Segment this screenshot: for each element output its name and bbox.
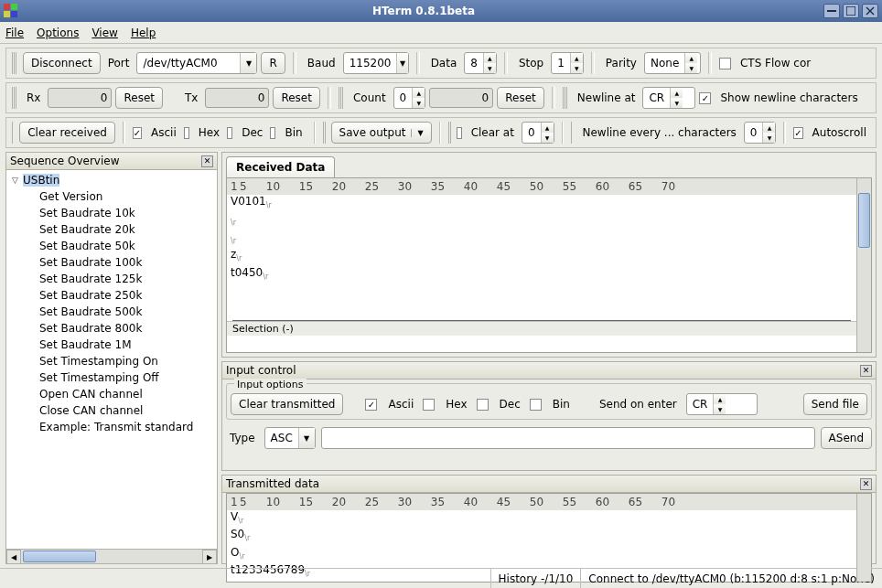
port-label: Port [104, 57, 134, 69]
expand-icon[interactable]: ▽ [12, 176, 23, 185]
count-a-spin[interactable]: 0 ▲▼ [393, 87, 426, 109]
close-button[interactable] [862, 4, 878, 18]
clear-transmitted-button[interactable]: Clear transmitted [231, 393, 343, 415]
sequence-overview-panel: Sequence Overview ✕ ▽USBtinGet VersionSe… [5, 152, 218, 564]
hex-checkbox[interactable] [184, 127, 189, 139]
dec-checkbox[interactable] [227, 127, 232, 139]
cts-checkbox[interactable] [719, 58, 731, 69]
scrollbar-thumb[interactable] [858, 193, 870, 248]
selection-status: Selection (-) [227, 321, 856, 336]
menubar: File Options View Help [0, 22, 882, 44]
tx-reset-button[interactable]: Reset [273, 87, 320, 109]
type-label: Type [226, 432, 259, 444]
connection-toolbar: Disconnect Port /dev/ttyACM0 ▼ R Baud 11… [5, 48, 877, 79]
clear-at-label: Clear at [468, 126, 518, 139]
close-panel-icon[interactable]: ✕ [860, 365, 872, 377]
tree-item[interactable]: Set Timestamping Off [6, 369, 217, 386]
count-b: 0 [429, 88, 493, 108]
tree-item[interactable]: Set Baudrate 20k [6, 221, 217, 238]
asend-button[interactable]: ASend [821, 427, 872, 449]
stop-bits-spin[interactable]: 1 ▲▼ [551, 52, 584, 74]
minimize-button[interactable] [823, 4, 840, 18]
tree-item[interactable]: Set Baudrate 125k [6, 271, 217, 287]
input-bin-checkbox[interactable] [530, 399, 542, 411]
tree-item[interactable]: Set Baudrate 800k [6, 320, 217, 337]
horizontal-scrollbar[interactable]: ◀ ▶ [6, 549, 217, 563]
parity-spin[interactable]: None ▲▼ [644, 52, 701, 74]
connection-status: Connect to /dev/ttyACM0 (b:115200 d:8 s:… [580, 569, 882, 588]
count-reset-button[interactable]: Reset [497, 87, 544, 109]
maximize-button[interactable] [843, 4, 859, 18]
titlebar: HTerm 0.8.1beta [0, 0, 882, 22]
input-dec-checkbox[interactable] [477, 399, 489, 411]
transmitted-data-panel: Transmitted data ✕ 151015202530354045505… [221, 475, 877, 564]
rx-reset-button[interactable]: Reset [115, 87, 163, 109]
tree-item[interactable]: Open CAN channel [6, 386, 217, 402]
tree-item[interactable]: Example: Transmit standard [6, 419, 217, 435]
grip-icon [571, 122, 573, 144]
rx-lines: V0101\r\r\rz\rt0450\r [227, 195, 856, 283]
input-control-title: Input control [226, 364, 296, 377]
input-hex-checkbox[interactable] [423, 399, 435, 411]
tree-item[interactable]: Set Timestamping On [6, 353, 217, 369]
clear-at-checkbox[interactable] [457, 127, 462, 139]
close-panel-icon[interactable]: ✕ [860, 478, 872, 490]
history-status: History -/1/10 [490, 569, 581, 588]
tree-item[interactable]: Get Version [6, 188, 217, 205]
send-file-button[interactable]: Send file [803, 393, 867, 415]
clear-at-spin[interactable]: 0 ▲▼ [522, 122, 554, 144]
clear-received-button[interactable]: Clear received [19, 122, 115, 144]
svg-rect-0 [827, 10, 836, 12]
baud-combo[interactable]: 115200 ▼ [343, 52, 409, 74]
menu-options[interactable]: Options [37, 27, 79, 39]
format-toolbar: Clear received ✓ Ascii Hex Dec Bin Save … [5, 117, 877, 148]
connect-button[interactable]: Disconnect [23, 52, 101, 74]
vertical-scrollbar[interactable] [856, 178, 871, 352]
newline-at-spin[interactable]: CR ▲▼ [642, 87, 695, 109]
autoscroll-checkbox[interactable]: ✓ [793, 127, 802, 139]
close-panel-icon[interactable]: ✕ [201, 155, 213, 167]
baud-value: 115200 [344, 57, 397, 69]
menu-file[interactable]: File [5, 27, 24, 39]
port-refresh-button[interactable]: R [261, 52, 285, 74]
data-label: Data [427, 57, 461, 69]
tx-ruler: 1510152025303540455055606570 [227, 494, 856, 510]
send-input[interactable] [321, 427, 815, 449]
grip-icon [563, 87, 568, 109]
input-dec-label: Dec [496, 398, 524, 411]
tree-item[interactable]: Set Baudrate 50k [6, 238, 217, 254]
tree-root[interactable]: ▽USBtin [6, 172, 217, 188]
vertical-scrollbar[interactable] [856, 494, 871, 582]
tree-item[interactable]: Set Baudrate 500k [6, 304, 217, 320]
menu-view[interactable]: View [91, 27, 117, 39]
received-data-panel: Received Data 15101520253035404550556065… [221, 152, 877, 358]
newline-every-spin[interactable]: 0 ▲▼ [744, 122, 777, 144]
input-ascii-checkbox[interactable]: ✓ [365, 399, 377, 411]
stop-label: Stop [515, 57, 547, 69]
tree-item[interactable]: Close CAN channel [6, 402, 217, 419]
tree-item[interactable]: Set Baudrate 10k [6, 205, 217, 221]
tree-item[interactable]: Set Baudrate 1M [6, 337, 217, 353]
menu-help[interactable]: Help [131, 27, 156, 39]
send-on-enter-spin[interactable]: CR ▲▼ [686, 393, 758, 415]
sequence-tree[interactable]: ▽USBtinGet VersionSet Baudrate 10kSet Ba… [6, 170, 217, 549]
data-bits-spin[interactable]: 8 ▲▼ [464, 52, 497, 74]
counters-toolbar: Rx 0 Reset Tx 0 Reset Count 0 ▲▼ 0 Reset… [5, 82, 877, 113]
ascii-checkbox[interactable]: ✓ [133, 127, 142, 139]
chevron-down-icon: ▼ [298, 428, 315, 448]
tree-item[interactable]: Set Baudrate 250k [6, 287, 217, 304]
bin-checkbox[interactable] [270, 127, 275, 139]
chevron-down-icon: ▼ [411, 129, 423, 137]
scrollbar-thumb[interactable] [23, 551, 96, 562]
input-hex-label: Hex [442, 398, 470, 411]
app-icon [4, 4, 18, 18]
received-data-tab[interactable]: Received Data [226, 156, 335, 177]
scroll-left-icon[interactable]: ◀ [6, 550, 21, 564]
save-output-button[interactable]: Save output ▼ [331, 122, 432, 144]
scroll-right-icon[interactable]: ▶ [202, 550, 217, 564]
grip-icon [448, 122, 450, 144]
tree-item[interactable]: Set Baudrate 100k [6, 254, 217, 271]
port-combo[interactable]: /dev/ttyACM0 ▼ [136, 52, 257, 74]
type-combo[interactable]: ASC ▼ [264, 427, 316, 449]
show-newline-checkbox[interactable]: ✓ [699, 92, 711, 104]
